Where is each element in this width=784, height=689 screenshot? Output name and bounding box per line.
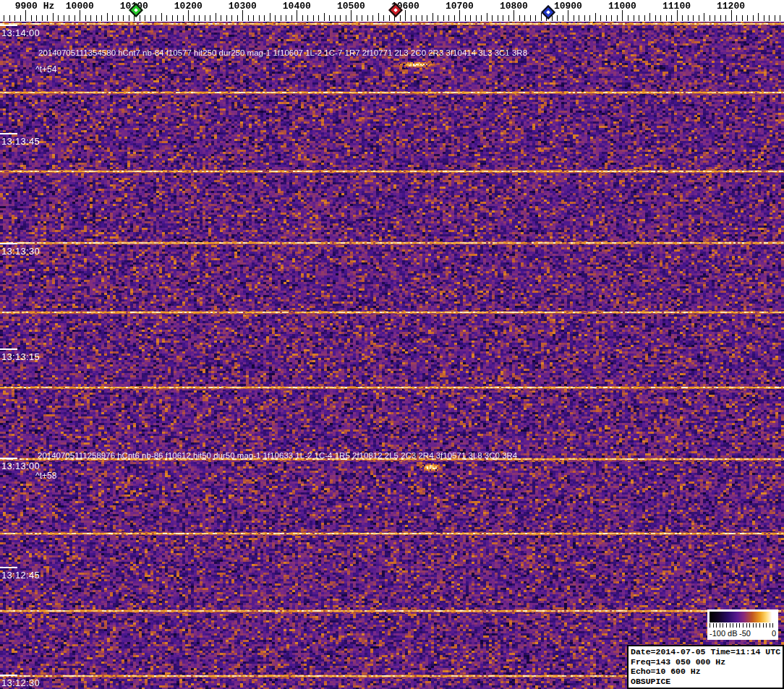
freq-tick — [677, 10, 678, 21]
freq-tick — [699, 15, 699, 21]
freq-tick — [606, 15, 607, 21]
freq-tick — [335, 15, 336, 21]
freq-tick — [443, 15, 444, 21]
freq-tick — [492, 15, 493, 21]
freq-tick — [579, 15, 579, 21]
freq-tick — [324, 13, 325, 21]
freq-tick — [53, 13, 54, 21]
freq-tick — [693, 15, 694, 21]
freq-tick — [129, 15, 129, 21]
freq-tick — [118, 15, 119, 21]
freq-tick-label: 10900 — [554, 1, 582, 12]
freq-tick — [422, 15, 422, 21]
freq-tick — [405, 10, 406, 21]
freq-tick — [611, 15, 612, 21]
freq-tick — [150, 15, 151, 21]
freq-tick — [302, 15, 303, 21]
detection-text: 20140705111258976 hCnt6 nb-86 f10612 hit… — [38, 451, 517, 460]
freq-tick — [47, 15, 48, 21]
freq-tick — [758, 13, 759, 21]
time-label: 13:13:15 — [1, 351, 40, 362]
time-tick — [0, 133, 17, 134]
detection-time-offset: ^t+54 — [35, 64, 56, 74]
freq-tick — [617, 15, 618, 21]
freq-tick — [31, 15, 32, 21]
freq-tick — [389, 15, 390, 21]
freq-tick — [210, 15, 210, 21]
freq-tick — [237, 15, 238, 21]
freq-tick — [383, 15, 384, 21]
freq-tick — [253, 15, 254, 21]
freq-tick — [96, 15, 97, 21]
freq-tick — [514, 10, 514, 21]
freq-tick — [281, 15, 281, 21]
freq-tick — [769, 15, 770, 21]
freq-tick — [9, 15, 10, 21]
freq-tick — [378, 13, 379, 21]
freq-tick-label: 11000 — [608, 1, 636, 12]
info-box: Date=2014-07-05 Time=11:14 UTC Freq=143 … — [627, 645, 784, 689]
freq-tick — [720, 15, 721, 21]
colorbar-label-min: -100 dB — [710, 629, 738, 638]
freq-tick — [715, 15, 715, 21]
freq-tick — [4, 15, 4, 21]
freq-tick — [660, 15, 661, 21]
freq-tick — [307, 15, 308, 21]
freq-tick — [346, 15, 346, 21]
freq-tick — [731, 10, 732, 21]
freq-tick — [584, 15, 585, 21]
freq-tick — [14, 15, 15, 21]
info-line-date: Date=2014-07-05 Time=11:14 UTC — [631, 647, 780, 657]
freq-tick — [259, 15, 260, 21]
freq-tick — [183, 15, 184, 21]
freq-tick-label: 10300 — [229, 1, 257, 12]
spectrogram-canvas — [0, 22, 784, 689]
freq-tick — [226, 15, 227, 21]
freq-tick — [194, 15, 195, 21]
freq-tick — [351, 10, 351, 21]
freq-tick — [448, 15, 449, 21]
freq-tick-label: 10700 — [446, 1, 474, 12]
freq-tick — [688, 15, 689, 21]
freq-tick-label: 9900 Hz — [15, 1, 55, 12]
freq-tick — [557, 15, 558, 21]
detection-time-offset: ^t+58 — [35, 471, 56, 481]
freq-tick — [248, 15, 249, 21]
freq-tick — [634, 15, 634, 21]
freq-tick — [140, 15, 140, 21]
freq-tick — [736, 15, 737, 21]
freq-tick — [498, 15, 498, 21]
freq-tick — [655, 15, 656, 21]
freq-tick-label: 11200 — [717, 1, 745, 12]
freq-tick — [589, 15, 590, 21]
freq-tick — [524, 15, 525, 21]
freq-tick — [362, 15, 362, 21]
colorbar: -100 dB -50 0 — [707, 609, 778, 640]
time-label: 13:13:00 — [1, 461, 40, 471]
freq-tick — [177, 15, 178, 21]
freq-tick — [465, 15, 466, 21]
freq-tick — [90, 15, 91, 21]
freq-tick — [264, 15, 265, 21]
freq-tick — [427, 15, 427, 21]
freq-tick — [416, 15, 417, 21]
freq-tick — [476, 15, 477, 21]
freq-tick — [275, 15, 276, 21]
freq-tick — [172, 15, 173, 21]
freq-tick — [101, 15, 102, 21]
freq-tick — [742, 15, 743, 21]
freq-tick-label: 10000 — [66, 1, 94, 12]
freq-tick — [541, 13, 542, 21]
freq-tick — [112, 15, 113, 21]
freq-tick — [622, 10, 623, 21]
freq-tick — [433, 13, 433, 21]
time-tick — [0, 348, 17, 350]
freq-tick — [161, 13, 162, 21]
freq-tick — [340, 15, 341, 21]
freq-tick — [503, 15, 503, 21]
freq-tick — [145, 15, 145, 21]
colorbar-label-max: 0 — [772, 629, 776, 638]
freq-tick — [25, 10, 26, 21]
freq-tick — [780, 15, 780, 21]
time-tick — [0, 25, 17, 26]
